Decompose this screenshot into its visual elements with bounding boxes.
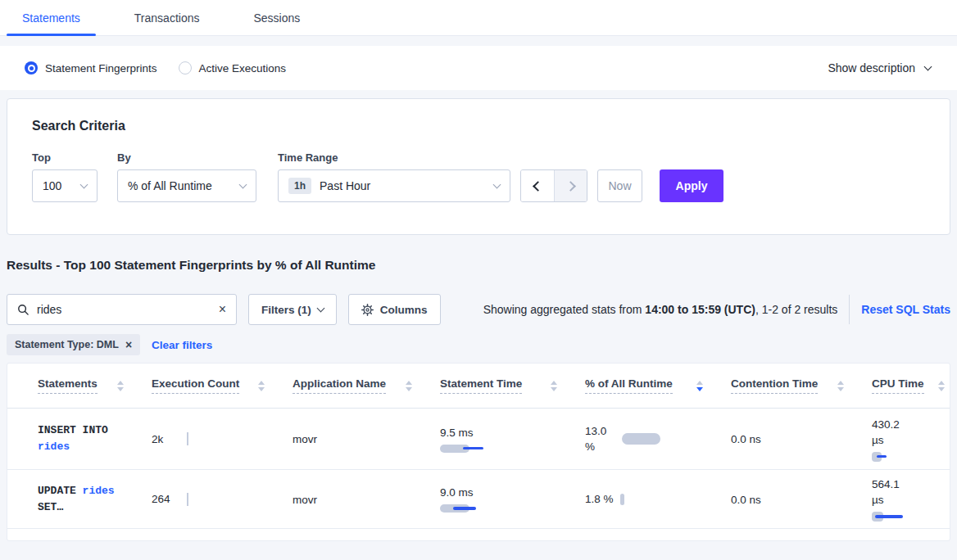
cpu-time-value: 430.2 — [872, 417, 950, 432]
search-criteria-title: Search Criteria — [32, 119, 925, 133]
by-label: By — [117, 151, 256, 164]
sql-keyword: INSERT INTO — [38, 424, 108, 436]
statement-time-cell: 9.0 ms — [440, 485, 585, 513]
sort-icon[interactable] — [837, 381, 844, 391]
table-row[interactable]: INSERT INTO rides 2k movr 9.5 ms 13.0 % — [7, 409, 950, 470]
col-header-label[interactable]: CPU Time — [872, 377, 924, 394]
col-header-label[interactable]: Statements — [38, 377, 98, 394]
radio-statement-fingerprints[interactable]: Statement Fingerprints — [25, 61, 157, 75]
col-header-application-name[interactable]: Application Name — [293, 377, 440, 394]
columns-button[interactable]: Columns — [348, 294, 441, 325]
now-button[interactable]: Now — [597, 169, 642, 202]
apply-button[interactable]: Apply — [660, 169, 723, 202]
search-box[interactable]: × — [7, 294, 237, 325]
tab-sessions-label: Sessions — [253, 11, 300, 25]
radio-active-executions[interactable]: Active Executions — [179, 61, 287, 75]
chip-close-icon[interactable]: × — [125, 338, 132, 351]
cpu-time-bar — [872, 452, 896, 462]
chevron-left-icon — [533, 181, 543, 192]
sort-icon[interactable] — [938, 381, 945, 391]
table-row[interactable]: UPDATE rides SET… 264 movr 9.0 ms 1.8 % — [7, 470, 950, 529]
sql-keyword: UPDATE — [38, 485, 83, 497]
tab-statements[interactable]: Statements — [7, 0, 96, 35]
by-group: By % of All Runtime — [107, 151, 256, 202]
stats-prefix: Showing aggregated stats from — [483, 303, 646, 316]
time-next-button[interactable] — [554, 170, 587, 201]
statement-time-bar — [440, 444, 489, 454]
col-header-contention-time[interactable]: Contention Time — [731, 377, 872, 394]
search-clear-icon[interactable]: × — [219, 303, 226, 316]
statements-table: Statements Execution Count Application N… — [7, 363, 950, 541]
radio-unselected-icon — [179, 61, 192, 75]
stats-suffix: , 1-2 of 2 results — [755, 303, 837, 316]
by-select[interactable]: % of All Runtime — [117, 169, 256, 202]
top-group: Top 100 — [32, 151, 98, 202]
top-label: Top — [32, 151, 98, 164]
statement-link[interactable]: rides — [83, 485, 115, 497]
sort-icon-active-desc[interactable] — [696, 381, 703, 391]
sort-icon[interactable] — [551, 381, 557, 391]
view-toggle-bar: Statement Fingerprints Active Executions… — [0, 46, 957, 90]
top-tab-bar: Statements Transactions Sessions — [0, 0, 957, 36]
time-range-select[interactable]: 1h Past Hour — [278, 169, 510, 202]
tab-sessions[interactable]: Sessions — [238, 0, 315, 35]
statement-time-bar — [440, 504, 489, 513]
contention-time-value: 0.0 ns — [731, 433, 761, 445]
application-name-value: movr — [293, 494, 317, 506]
col-header-label[interactable]: % of All Runtime — [585, 377, 673, 394]
gear-icon — [361, 304, 374, 316]
top-select-value: 100 — [43, 179, 61, 192]
cpu-time-unit: µs — [872, 492, 950, 508]
sort-icon[interactable] — [117, 381, 124, 391]
filters-button-label: Filters (1) — [261, 304, 311, 316]
time-prev-button[interactable] — [521, 170, 554, 201]
clear-filters-link[interactable]: Clear filters — [152, 339, 212, 351]
pct-runtime-bar — [622, 433, 660, 445]
execution-count-bar — [187, 432, 188, 445]
results-toolbar: × Filters (1) Columns Showing aggregated… — [7, 294, 950, 325]
show-description-label: Show description — [828, 61, 915, 75]
columns-button-label: Columns — [380, 304, 428, 316]
col-header-cpu-time[interactable]: CPU Time — [872, 377, 950, 394]
time-range-label: Time Range — [278, 151, 510, 164]
chevron-down-icon — [239, 181, 247, 189]
cpu-time-cell: 430.2 µs — [872, 417, 950, 462]
filter-chip-statement-type[interactable]: Statement Type: DML × — [7, 334, 140, 355]
col-header-pct-runtime[interactable]: % of All Runtime — [585, 377, 731, 394]
sort-icon[interactable] — [406, 381, 412, 391]
pct-runtime-value: 13.0 — [585, 423, 615, 439]
time-range-value: Past Hour — [320, 179, 370, 192]
tab-transactions[interactable]: Transactions — [119, 0, 215, 35]
filter-chips-row: Statement Type: DML × Clear filters — [7, 334, 950, 355]
top-select[interactable]: 100 — [32, 169, 98, 202]
col-header-execution-count[interactable]: Execution Count — [152, 377, 293, 394]
reset-sql-stats-link[interactable]: Reset SQL Stats — [861, 303, 950, 316]
col-header-label[interactable]: Contention Time — [731, 377, 818, 394]
execution-count-value: 2k — [152, 433, 163, 445]
cpu-time-cell: 564.1 µs — [872, 476, 950, 522]
show-description-toggle[interactable]: Show description — [828, 61, 931, 75]
chevron-down-icon — [316, 305, 324, 313]
col-header-statement-time[interactable]: Statement Time — [440, 377, 585, 394]
col-header-label[interactable]: Execution Count — [152, 377, 239, 394]
search-icon — [17, 304, 29, 316]
application-name-cell: movr — [293, 492, 440, 507]
col-header-label[interactable]: Application Name — [293, 377, 386, 394]
stats-range: 14:00 to 15:59 (UTC) — [645, 303, 755, 316]
application-name-cell: movr — [293, 431, 440, 446]
statement-link[interactable]: rides — [38, 440, 70, 453]
sort-icon[interactable] — [258, 381, 265, 391]
time-pager — [520, 169, 587, 202]
by-select-value: % of All Runtime — [128, 179, 212, 192]
contention-time-cell: 0.0 ns — [731, 492, 872, 507]
col-header-label[interactable]: Statement Time — [440, 377, 522, 394]
search-input[interactable] — [37, 303, 219, 316]
statement-time-cell: 9.5 ms — [440, 425, 585, 454]
radio-active-executions-label: Active Executions — [199, 62, 287, 75]
filters-button[interactable]: Filters (1) — [248, 294, 337, 325]
statements-page: Statements Transactions Sessions Stateme… — [0, 0, 957, 560]
radio-selected-icon — [25, 61, 38, 75]
application-name-value: movr — [293, 433, 317, 445]
col-header-statements[interactable]: Statements — [38, 377, 152, 394]
toolbar-divider — [849, 295, 850, 324]
